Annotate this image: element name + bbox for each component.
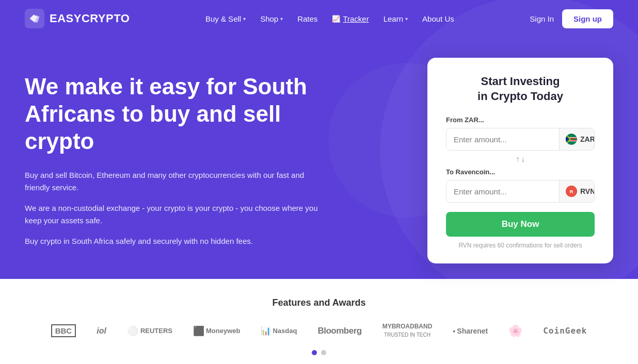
nasdaq-logo: 📊Nasdaq [261,326,297,336]
logo[interactable]: EASYCRYPTO [25,9,130,28]
nav-about[interactable]: About Us [422,14,454,23]
nav-tracker[interactable]: 📈 Tracker [332,14,369,23]
swap-arrows: ↑ ↓ [446,155,595,164]
arrow-up-icon: ↑ [516,155,520,164]
rvn-icon: R [566,186,577,197]
from-field: From ZAR... ZAR ▾ [446,116,595,151]
moneyweb-logo: ⬛Moneyweb [193,325,240,337]
iol-logo: iol [97,326,106,336]
signup-button[interactable]: Sign up [562,9,613,28]
nav-learn[interactable]: Learn ▾ [384,14,408,23]
nav-actions: Sign In Sign up [530,9,613,28]
from-currency-select[interactable]: ZAR ▾ [559,128,595,150]
to-label: To Ravencoin... [446,168,595,176]
header: EASYCRYPTO Buy & Sell ▾ Shop ▾ Rates 📈 T… [0,0,638,37]
from-input-row: ZAR ▾ [446,128,595,151]
from-label: From ZAR... [446,116,595,124]
dot-2[interactable] [321,350,326,355]
logo-text: EASYCRYPTO [50,12,130,25]
hero-section: We make it easy for South Africans to bu… [0,37,638,263]
misc-logo: 🌸 [508,324,522,338]
to-input-row: R RVN ▾ [446,180,595,203]
logo-icon [25,9,44,28]
card-note: RVN requires 60 confirmations for sell o… [446,242,595,249]
from-amount-input[interactable] [446,129,559,150]
hero-left: We make it easy for South Africans to bu… [25,58,324,256]
zar-flag-icon [566,134,577,145]
main-nav: Buy & Sell ▾ Shop ▾ Rates 📈 Tracker Lear… [205,14,454,23]
to-currency-select[interactable]: R RVN ▾ [559,180,595,202]
signin-button[interactable]: Sign In [530,14,554,23]
hero-desc-3: Buy crypto in South Africa safely and se… [25,235,324,247]
mybroadband-logo: MYBROADBANDTRUSTED IN TECH [382,323,433,339]
learn-chevron-icon: ▾ [405,16,408,22]
to-field: To Ravencoin... R RVN ▾ [446,168,595,203]
buy-sell-chevron-icon: ▾ [243,16,246,22]
tracker-chart-icon: 📈 [332,15,340,23]
to-amount-input[interactable] [446,181,559,202]
reuters-logo: ⚪ REUTERS [127,325,172,337]
dot-1[interactable] [312,350,317,355]
hero-desc-2: We are a non-custodial exchange - your c… [25,202,324,227]
nav-rates[interactable]: Rates [297,14,317,23]
nav-shop[interactable]: Shop ▾ [260,14,283,23]
bloomberg-logo: Bloomberg [317,326,361,336]
shop-chevron-icon: ▾ [280,16,283,22]
bbc-logo: BBC [51,324,76,337]
buy-now-button[interactable]: Buy Now [446,212,595,237]
features-title: Features and Awards [25,297,613,308]
features-section: Features and Awards BBC iol ⚪ REUTERS ⬛M… [0,279,638,364]
svg-text:R: R [570,189,573,194]
exchange-card: Start Investingin Crypto Today From ZAR.… [427,58,613,263]
brand-logos-row: BBC iol ⚪ REUTERS ⬛Moneyweb 📊Nasdaq Bloo… [25,323,613,339]
hero-desc-1: Buy and sell Bitcoin, Ethereum and many … [25,169,324,194]
from-currency-label: ZAR [580,135,595,143]
to-currency-label: RVN [580,187,595,195]
pagination-dots [25,350,613,355]
nav-buy-sell[interactable]: Buy & Sell ▾ [205,14,246,23]
coingeek-logo: CoinGeek [543,326,587,336]
hero-title: We make it easy for South Africans to bu… [25,73,324,155]
sharenet-logo: ▪Sharenet [453,327,488,335]
arrow-down-icon: ↓ [521,155,525,164]
card-title: Start Investingin Crypto Today [446,74,595,104]
